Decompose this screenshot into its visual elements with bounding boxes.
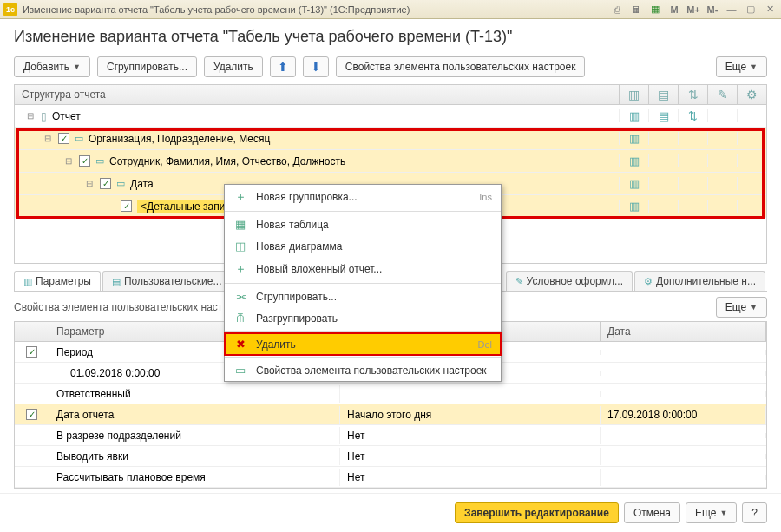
help-button[interactable]: ? — [742, 502, 767, 523]
param-date — [601, 433, 766, 438]
tree-row-2[interactable]: ⊟ ▭ Сотрудник, Фамилия, Имя, Отчество, Д… — [15, 150, 766, 173]
group-button[interactable]: Сгруппировать... — [97, 56, 197, 77]
menu-new-group[interactable]: ＋ Новая группировка... Ins — [225, 185, 501, 209]
tree-label: Сотрудник, Фамилия, Имя, Отчество, Должн… — [109, 155, 345, 167]
checkbox[interactable] — [26, 409, 37, 420]
memory-mplus[interactable]: M+ — [686, 3, 701, 16]
param-row[interactable]: В разрезе подразделений Нет — [15, 425, 766, 446]
row-fields-icon[interactable]: ▥ — [619, 200, 648, 213]
memory-m[interactable]: M — [666, 3, 682, 16]
param-date — [601, 454, 766, 459]
param-name: Выводить явки — [49, 448, 340, 465]
finish-button[interactable]: Завершить редактирование — [455, 502, 619, 523]
checkbox[interactable] — [58, 133, 69, 144]
tab-icon: ✎ — [515, 276, 523, 287]
row-fields-icon[interactable]: ▥ — [619, 177, 648, 190]
close-icon[interactable]: ✕ — [762, 3, 778, 16]
row-filter-icon[interactable]: ▤ — [648, 109, 678, 122]
checkbox[interactable] — [26, 346, 37, 358]
param-name: Ответственный — [49, 385, 340, 403]
tree-label: Организация, Подразделение, Месяц — [89, 133, 270, 145]
row-fields-icon[interactable]: ▥ — [619, 109, 648, 122]
group-icon: ▭ — [95, 155, 104, 167]
table-icon: ▦ — [233, 218, 247, 231]
tab-conditional[interactable]: ✎Условное оформл... — [506, 271, 633, 291]
param-value: Нет — [340, 427, 601, 444]
chart-icon: ◫ — [233, 240, 247, 253]
menu-new-nested[interactable]: ＋ Новый вложенный отчет... — [225, 257, 501, 281]
print-icon[interactable]: ⎙ — [609, 3, 625, 16]
group-icon: ▭ — [116, 178, 125, 189]
checkbox[interactable] — [100, 178, 111, 189]
checkbox[interactable] — [121, 200, 132, 212]
param-date — [601, 371, 766, 376]
arrow-up-icon: ⬆ — [278, 60, 288, 74]
props-button[interactable]: Свойства элемента пользовательских настр… — [336, 56, 586, 77]
tab-params[interactable]: ▥Параметры — [14, 271, 101, 291]
titlebar-icons: ⎙ 🖩 ▦ M M+ M- — ▢ ✕ — [609, 3, 778, 16]
col-style-icon[interactable]: ✎ — [707, 85, 737, 104]
subbar-more-button[interactable]: Еще▼ — [716, 297, 767, 318]
row-fields-icon[interactable]: ▥ — [619, 154, 648, 167]
tree-label: <Детальные запис — [137, 200, 233, 213]
grid-header-label: Структура отчета — [15, 85, 619, 104]
param-value: Нет — [340, 448, 601, 465]
menu-ungroup[interactable]: ⫚ Разгруппировать — [225, 307, 501, 329]
menu-new-table[interactable]: ▦ Новая таблица — [225, 213, 501, 235]
param-row[interactable]: Ответственный — [15, 384, 766, 404]
cancel-button[interactable]: Отмена — [624, 502, 680, 523]
param-value: Нет — [340, 469, 601, 486]
param-name: Дата отчета — [49, 406, 340, 424]
tab-user[interactable]: ▤Пользовательские... — [102, 271, 232, 291]
row-fields-icon[interactable]: ▥ — [619, 132, 648, 145]
param-date — [601, 350, 766, 355]
app-icon: 1c — [3, 3, 17, 16]
tab-icon: ▤ — [112, 276, 121, 287]
arrow-down-icon: ⬇ — [311, 60, 321, 74]
tab-icon: ⚙ — [644, 276, 653, 287]
collapse-icon[interactable]: ⊟ — [25, 111, 36, 121]
param-row[interactable]: Рассчитывать плановое время Нет — [15, 467, 766, 488]
menu-delete[interactable]: ✖ Удалить Del — [225, 333, 501, 355]
param-row-selected[interactable]: Дата отчета Начало этого дня 17.09.2018 … — [15, 404, 766, 425]
memory-mminus[interactable]: M- — [705, 3, 720, 16]
param-value — [340, 391, 601, 397]
tree-row-1[interactable]: ⊟ ▭ Организация, Подразделение, Месяц ▥ — [15, 128, 766, 150]
checkbox[interactable] — [79, 155, 90, 167]
more-button[interactable]: Еще▼ — [716, 56, 767, 77]
menu-group[interactable]: ⫘ Сгруппировать... — [225, 286, 501, 307]
grid-header: Структура отчета ▥ ▤ ⇅ ✎ ⚙ — [15, 85, 766, 105]
tab-icon: ▥ — [23, 276, 32, 287]
param-name: В разрезе подразделений — [49, 427, 340, 444]
col-fields-icon[interactable]: ▥ — [619, 85, 648, 104]
context-menu: ＋ Новая группировка... Ins ▦ Новая табли… — [224, 184, 502, 382]
col-filter-icon[interactable]: ▤ — [648, 85, 678, 104]
row-sort-icon[interactable]: ⇅ — [678, 109, 707, 122]
page-title: Изменение варианта отчета "Табель учета … — [0, 19, 781, 53]
collapse-icon[interactable]: ⊟ — [63, 156, 74, 166]
group-icon: ▭ — [75, 133, 83, 144]
delete-button[interactable]: Удалить — [204, 56, 263, 77]
minimize-icon[interactable]: — — [724, 3, 739, 16]
col-date: Дата — [601, 322, 766, 341]
col-sort-icon[interactable]: ⇅ — [678, 85, 707, 104]
param-row[interactable]: Выводить явки Нет — [15, 446, 766, 467]
tree-label: Отчет — [52, 110, 81, 122]
menu-new-chart[interactable]: ◫ Новая диаграмма — [225, 235, 501, 257]
tree-row-report[interactable]: ⊟ ▯ Отчет ▥▤⇅ — [15, 105, 766, 128]
tab-additional[interactable]: ⚙Дополнительные н... — [634, 271, 765, 291]
add-button[interactable]: Добавить▼ — [14, 56, 90, 77]
maximize-icon[interactable]: ▢ — [743, 3, 758, 16]
calc-icon[interactable]: 🖩 — [628, 3, 644, 16]
calendar-icon[interactable]: ▦ — [647, 3, 663, 16]
collapse-icon[interactable]: ⊟ — [84, 179, 95, 188]
collapse-icon[interactable]: ⊟ — [43, 134, 53, 143]
nested-icon: ＋ — [233, 261, 247, 277]
col-settings-icon[interactable]: ⚙ — [737, 85, 766, 104]
footer-more-button[interactable]: Еще▼ — [686, 502, 737, 523]
menu-props[interactable]: ▭ Свойства элемента пользовательских нас… — [225, 359, 501, 381]
delete-icon: ✖ — [233, 338, 247, 351]
param-value: Начало этого дня — [340, 406, 601, 424]
move-up-button[interactable]: ⬆ — [270, 56, 296, 77]
move-down-button[interactable]: ⬇ — [303, 56, 329, 77]
